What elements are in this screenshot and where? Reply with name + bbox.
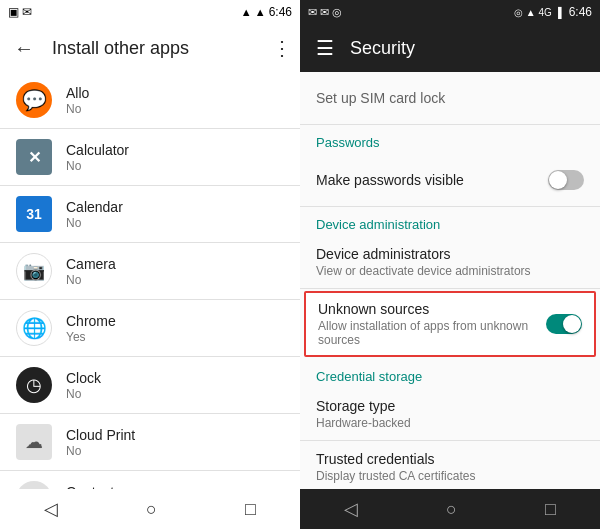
page-title-right: Security <box>350 38 415 59</box>
settings-item-title: Storage type <box>316 398 584 414</box>
right-panel: ✉ ✉ ◎ ◎ ▲ 4G ▐ 6:46 ☰ Security Set up SI… <box>300 0 600 529</box>
connectivity-icons: ◎ ▲ 4G ▐ <box>514 7 562 18</box>
app-status: No <box>66 387 284 401</box>
status-icons-left: ▣ ✉ <box>8 5 32 19</box>
app-status: No <box>66 102 284 116</box>
app-name: Allo <box>66 85 284 101</box>
calculator-icon: ✕ <box>16 139 52 175</box>
settings-item-device-admins[interactable]: Device administrators View or deactivate… <box>300 236 600 288</box>
page-title-left: Install other apps <box>52 38 260 59</box>
notification-icons-right: ✉ ✉ ◎ <box>308 6 342 19</box>
app-name: Calculator <box>66 142 284 158</box>
app-list: 💬 Allo No ✕ Calculator No 31 Calendar <box>0 72 300 489</box>
settings-item-title: Trusted credentials <box>316 451 584 467</box>
chrome-icon: 🌐 <box>16 310 52 346</box>
clock-icon: ◷ <box>16 367 52 403</box>
section-label-device-admin: Device administration <box>300 207 600 236</box>
status-bar-right: ✉ ✉ ◎ ◎ ▲ 4G ▐ 6:46 <box>300 0 600 24</box>
back-nav-button-right[interactable]: ◁ <box>344 498 358 520</box>
recents-nav-button-right[interactable]: □ <box>545 499 556 520</box>
time-left: 6:46 <box>269 5 292 19</box>
list-item[interactable]: ✕ Calculator No <box>0 129 300 185</box>
list-item[interactable]: 🌐 Chrome Yes <box>0 300 300 356</box>
settings-item-subtitle: Allow installation of apps from unknown … <box>318 319 546 347</box>
app-info: Calendar No <box>66 199 284 230</box>
more-options-button[interactable]: ⋮ <box>272 36 292 60</box>
settings-item-unknown-sources[interactable]: Unknown sources Allow installation of ap… <box>304 291 596 357</box>
calendar-icon: 31 <box>16 196 52 232</box>
app-info: Chrome Yes <box>66 313 284 344</box>
section-label-credential-storage: Credential storage <box>300 359 600 388</box>
settings-list: Set up SIM card lock Passwords Make pass… <box>300 72 600 489</box>
settings-item-storage-type[interactable]: Storage type Hardware-backed <box>300 388 600 440</box>
status-bar-left: ▣ ✉ ▲ ▲ 6:46 <box>0 0 300 24</box>
camera-icon: 📷 <box>16 253 52 289</box>
settings-item-subtitle: Display trusted CA certificates <box>316 469 584 483</box>
top-bar-left: ← Install other apps ⋮ <box>0 24 300 72</box>
settings-item-title: Set up SIM card lock <box>316 90 584 106</box>
app-name: Clock <box>66 370 284 386</box>
app-name: Calendar <box>66 199 284 215</box>
status-time-right: ◎ ▲ 4G ▐ 6:46 <box>514 5 592 19</box>
list-item[interactable]: ◷ Clock No <box>0 357 300 413</box>
app-info: Calculator No <box>66 142 284 173</box>
menu-button[interactable]: ☰ <box>316 36 334 60</box>
settings-item-text: Unknown sources Allow installation of ap… <box>318 301 546 347</box>
settings-item-text: Set up SIM card lock <box>316 90 584 106</box>
top-bar-right: ☰ Security <box>300 24 600 72</box>
settings-item-text: Storage type Hardware-backed <box>316 398 584 430</box>
settings-item-trusted-credentials[interactable]: Trusted credentials Display trusted CA c… <box>300 441 600 489</box>
settings-item-subtitle: Hardware-backed <box>316 416 584 430</box>
app-status: No <box>66 273 284 287</box>
time-right: 6:46 <box>569 5 592 19</box>
app-status: No <box>66 444 284 458</box>
settings-item-text: Trusted credentials Display trusted CA c… <box>316 451 584 483</box>
settings-item-subtitle: View or deactivate device administrators <box>316 264 584 278</box>
settings-item-title: Unknown sources <box>318 301 546 317</box>
list-item[interactable]: 📷 Camera No <box>0 243 300 299</box>
app-name: Camera <box>66 256 284 272</box>
app-info: Cloud Print No <box>66 427 284 458</box>
wifi-icon: ▲ <box>241 6 252 18</box>
nav-bar-left: ◁ ○ □ <box>0 489 300 529</box>
back-button[interactable]: ← <box>8 37 40 60</box>
app-status: No <box>66 159 284 173</box>
home-nav-button-right[interactable]: ○ <box>446 499 457 520</box>
recents-nav-button[interactable]: □ <box>245 499 256 520</box>
passwords-visible-toggle[interactable] <box>548 170 584 190</box>
notification-icons: ▣ ✉ <box>8 5 32 19</box>
app-status: No <box>66 216 284 230</box>
nav-bar-right: ◁ ○ □ <box>300 489 600 529</box>
unknown-sources-toggle[interactable] <box>546 314 582 334</box>
list-item[interactable]: 31 Calendar No <box>0 186 300 242</box>
signal-icon: ▲ <box>255 6 266 18</box>
app-info: Allo No <box>66 85 284 116</box>
status-icons-right: ✉ ✉ ◎ <box>308 6 342 19</box>
app-name: Chrome <box>66 313 284 329</box>
list-item[interactable]: ☁ Cloud Print No <box>0 414 300 470</box>
list-item[interactable]: 💬 Allo No <box>0 72 300 128</box>
app-status: Yes <box>66 330 284 344</box>
app-info: Camera No <box>66 256 284 287</box>
section-label-passwords: Passwords <box>300 125 600 154</box>
settings-item-title: Make passwords visible <box>316 172 548 188</box>
settings-item-title: Device administrators <box>316 246 584 262</box>
left-panel: ▣ ✉ ▲ ▲ 6:46 ← Install other apps ⋮ 💬 Al… <box>0 0 300 529</box>
settings-item-simcard[interactable]: Set up SIM card lock <box>300 72 600 124</box>
settings-item-text: Device administrators View or deactivate… <box>316 246 584 278</box>
allo-icon: 💬 <box>16 82 52 118</box>
status-right-left: ▲ ▲ 6:46 <box>241 5 292 19</box>
cloudprint-icon: ☁ <box>16 424 52 460</box>
contacts-icon: 👤 <box>16 481 52 489</box>
list-item[interactable]: 👤 Contacts No <box>0 471 300 489</box>
settings-item-text: Make passwords visible <box>316 172 548 188</box>
app-info: Clock No <box>66 370 284 401</box>
app-name: Cloud Print <box>66 427 284 443</box>
home-nav-button[interactable]: ○ <box>146 499 157 520</box>
settings-item-passwords-visible[interactable]: Make passwords visible <box>300 154 600 206</box>
back-nav-button[interactable]: ◁ <box>44 498 58 520</box>
